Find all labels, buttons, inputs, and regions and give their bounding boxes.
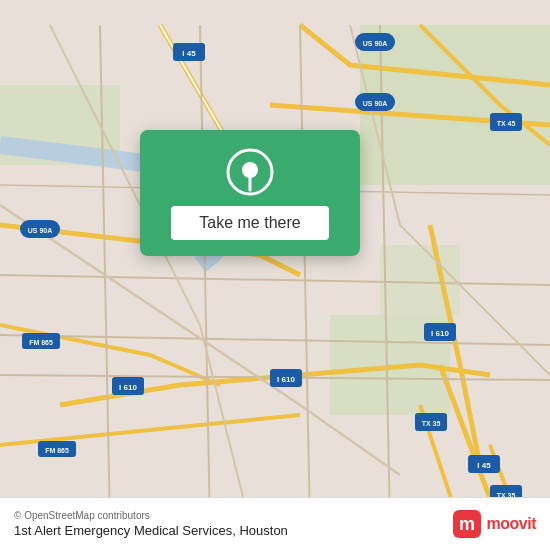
moovit-text: moovit — [487, 515, 536, 533]
svg-text:TX 45: TX 45 — [497, 120, 516, 127]
svg-text:m: m — [459, 514, 475, 534]
svg-text:FM 865: FM 865 — [29, 339, 53, 346]
location-title: 1st Alert Emergency Medical Services, Ho… — [14, 523, 288, 538]
svg-text:I 610: I 610 — [431, 329, 449, 338]
svg-point-33 — [242, 162, 258, 178]
osm-attribution: © OpenStreetMap contributors — [14, 510, 288, 521]
bottom-bar: © OpenStreetMap contributors 1st Alert E… — [0, 497, 550, 550]
location-card: Take me there — [140, 130, 360, 256]
take-me-there-button[interactable]: Take me there — [171, 206, 328, 240]
svg-text:US 90A: US 90A — [363, 100, 388, 107]
svg-text:I 610: I 610 — [119, 383, 137, 392]
map-container: I 45 US 90A US 90A US 90A Sp FM 865 FM 8… — [0, 0, 550, 550]
svg-text:I 45: I 45 — [182, 49, 196, 58]
svg-text:I 45: I 45 — [477, 461, 491, 470]
moovit-brand-icon: m — [451, 508, 483, 540]
svg-text:US 90A: US 90A — [363, 40, 388, 47]
map-roads: I 45 US 90A US 90A US 90A Sp FM 865 FM 8… — [0, 0, 550, 550]
location-pin-icon — [226, 148, 274, 196]
svg-text:US 90A: US 90A — [28, 227, 53, 234]
svg-text:FM 865: FM 865 — [45, 447, 69, 454]
moovit-logo: m moovit — [451, 508, 536, 540]
svg-text:I 610: I 610 — [277, 375, 295, 384]
svg-text:TX 35: TX 35 — [422, 420, 441, 427]
bottom-left-info: © OpenStreetMap contributors 1st Alert E… — [14, 510, 288, 538]
